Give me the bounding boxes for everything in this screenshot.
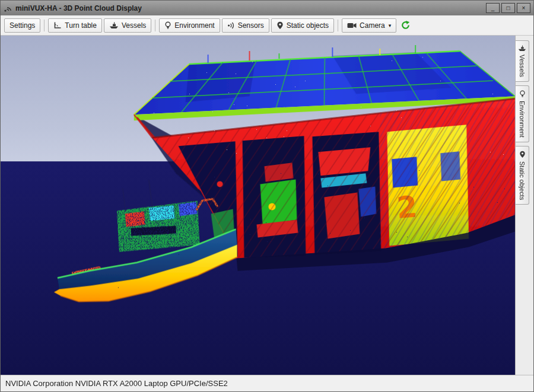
sensors-button[interactable]: Sensors — [222, 18, 269, 33]
settings-button[interactable]: Settings — [4, 18, 40, 33]
chevron-down-icon: ▾ — [389, 23, 392, 28]
vessels-label: Vessels — [122, 21, 146, 30]
lightbulb-icon — [164, 21, 171, 30]
turn-table-button[interactable]: Turn table — [48, 18, 102, 33]
pointcloud-canvas: 2 — [1, 36, 515, 375]
vessels-button[interactable]: Vessels — [104, 18, 151, 33]
status-bar: NVIDIA Corporation NVIDIA RTX A2000 Lapt… — [1, 375, 533, 391]
toolbar-separator — [155, 20, 155, 31]
gpu-status-text: NVIDIA Corporation NVIDIA RTX A2000 Lapt… — [5, 379, 228, 388]
environment-label: Environment — [174, 21, 214, 30]
side-tab-vessels-label: Vessels — [519, 55, 526, 77]
turn-table-icon — [53, 21, 62, 29]
refresh-icon — [401, 20, 411, 30]
camera-button[interactable]: Camera ▾ — [342, 18, 396, 33]
app-icon — [4, 4, 12, 12]
environment-button[interactable]: Environment — [159, 18, 220, 33]
ship-icon — [109, 22, 119, 29]
side-tab-environment[interactable]: Environment — [516, 85, 529, 142]
static-objects-button[interactable]: Static objects — [271, 18, 334, 33]
side-tab-static-objects[interactable]: Static objects — [516, 146, 529, 205]
title-bar[interactable]: miniVUX-HA - 3D Point Cloud Display _ □ … — [1, 1, 533, 15]
map-pin-icon — [519, 151, 526, 158]
window-controls: _ □ × — [486, 3, 530, 13]
map-pin-icon — [276, 21, 284, 30]
pointcloud-viewport[interactable]: 2 — [1, 36, 515, 375]
main-toolbar: Settings Turn table Vessels — [1, 15, 533, 36]
minimize-button[interactable]: _ — [486, 3, 500, 13]
side-tab-strip: Vessels Environment Static objects — [515, 36, 533, 375]
refresh-button[interactable] — [398, 18, 413, 33]
lightbulb-icon — [519, 90, 526, 98]
window-title: miniVUX-HA - 3D Point Cloud Display — [15, 4, 142, 12]
turn-table-label: Turn table — [65, 21, 97, 30]
side-tab-static-objects-label: Static objects — [519, 161, 526, 200]
maximize-button[interactable]: □ — [501, 3, 515, 13]
settings-label: Settings — [9, 21, 35, 30]
camera-icon — [347, 22, 357, 29]
side-tab-environment-label: Environment — [519, 101, 526, 138]
ship-icon — [518, 45, 526, 52]
static-objects-label: Static objects — [287, 21, 329, 30]
app-window: miniVUX-HA - 3D Point Cloud Display _ □ … — [0, 0, 534, 392]
sensors-label: Sensors — [238, 21, 264, 30]
side-tab-vessels[interactable]: Vessels — [516, 40, 529, 82]
toolbar-separator — [44, 20, 44, 31]
main-area: 2 — [1, 36, 533, 375]
toolbar-separator — [338, 20, 338, 31]
camera-label: Camera — [360, 21, 385, 30]
close-button[interactable]: × — [517, 3, 530, 13]
sensor-waves-icon — [227, 21, 235, 30]
